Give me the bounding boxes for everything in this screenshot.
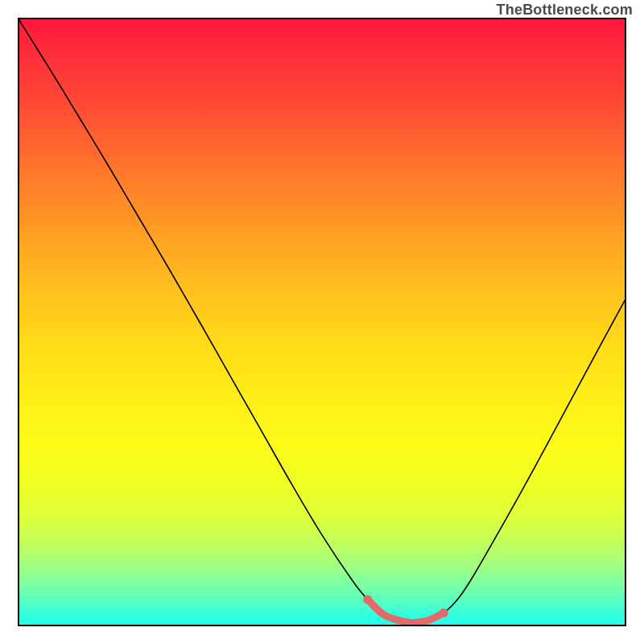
highlight-end-dot — [440, 609, 448, 617]
attribution-label: TheBottleneck.com — [497, 2, 633, 19]
highlight-start-dot — [363, 595, 372, 604]
chart-frame: TheBottleneck.com — [0, 0, 644, 644]
curve-path — [18, 18, 626, 622]
plot-area — [18, 18, 626, 626]
highlight-segment — [368, 600, 444, 623]
bottleneck-curve — [18, 18, 626, 626]
